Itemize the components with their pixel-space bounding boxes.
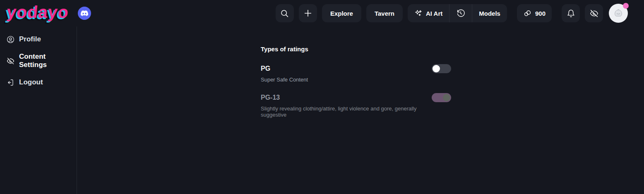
ai-art-label: AI Art [426,10,442,17]
logo-area: yodayo [4,2,91,25]
eye-off-icon [590,9,598,18]
eye-off-icon [7,57,14,65]
rating-description: Super Safe Content [261,77,308,83]
sidebar-item-label: Content Settings [19,53,70,69]
models-button[interactable]: Models [472,4,507,22]
discord-button[interactable] [78,7,91,20]
discord-icon [81,10,88,17]
create-post-button[interactable] [299,4,317,22]
yodayo-logo[interactable]: yodayo [3,2,72,25]
plus-icon [303,9,312,18]
ai-tools-group: AI Art Models [408,4,507,22]
notification-dot [623,3,629,9]
toggle-knob [433,65,440,72]
pg-toggle[interactable] [432,64,451,73]
rating-row-pg: PG Super Safe Content [261,64,451,83]
search-button[interactable] [276,4,294,22]
bell-icon [567,9,575,18]
sidebar-item-label: Profile [19,35,41,43]
toggle-knob [443,94,450,101]
rating-name: PG [261,64,308,73]
search-icon [280,9,289,18]
hidden-content-button[interactable] [585,4,603,22]
content-settings-panel: Types of ratings PG Super Safe Content P… [77,26,644,194]
explore-button[interactable]: Explore [322,4,361,22]
generation-history-button[interactable] [449,4,472,22]
sidebar-item-content-settings[interactable]: Content Settings [0,48,77,74]
profile-avatar[interactable] [609,4,628,23]
settings-sidebar: Profile Content Settings Logout [0,26,77,194]
sidebar-item-profile[interactable]: Profile [0,31,77,48]
rating-name: PG-13 [261,93,432,102]
beans-count: 900 [535,10,545,17]
rating-row-pg13: PG-13 Slightly revealing clothing/attire… [261,93,451,118]
rating-description: Slightly revealing clothing/attire, ligh… [261,105,432,118]
sidebar-item-label: Logout [19,78,43,86]
top-nav: yodayo Explore Tavern AI Art [0,0,644,26]
header-actions: Explore Tavern AI Art Models 900 [276,4,628,23]
avatar-blob-icon [612,7,625,19]
beans-balance-button[interactable]: 900 [517,4,552,22]
notifications-button[interactable] [562,4,580,22]
ai-art-button[interactable]: AI Art [408,4,449,22]
logout-icon [7,79,14,86]
history-icon [456,9,465,18]
beans-icon [523,9,532,18]
pg13-toggle[interactable] [432,93,451,102]
tavern-button[interactable]: Tavern [366,4,403,22]
rating-text: PG Super Safe Content [261,64,308,83]
section-heading: Types of ratings [261,46,644,53]
sparkles-icon [414,9,423,17]
user-circle-icon [7,36,14,43]
rating-text: PG-13 Slightly revealing clothing/attire… [261,93,432,118]
sidebar-item-logout[interactable]: Logout [0,74,77,91]
